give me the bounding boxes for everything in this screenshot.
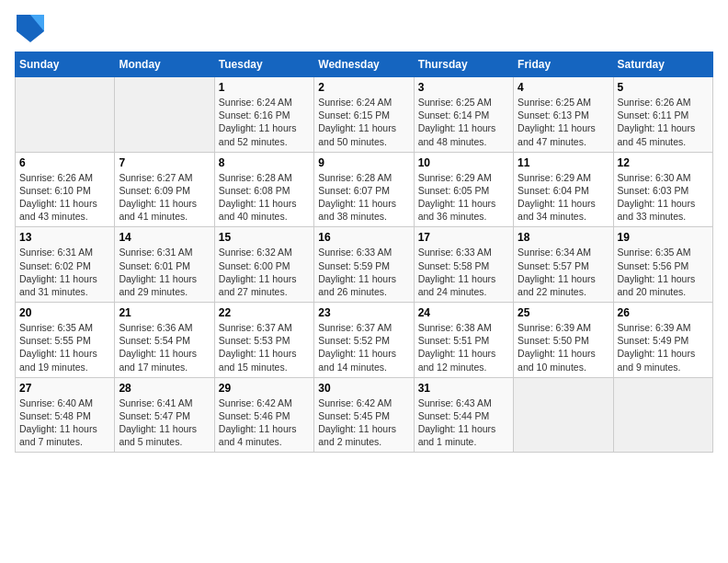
day-info: Sunrise: 6:26 AM Sunset: 6:11 PM Dayligh… (618, 96, 709, 148)
calendar-cell (115, 77, 214, 153)
calendar-cell: 13Sunrise: 6:31 AM Sunset: 6:02 PM Dayli… (16, 227, 115, 303)
calendar-cell: 4Sunrise: 6:25 AM Sunset: 6:13 PM Daylig… (514, 77, 613, 153)
day-info: Sunrise: 6:31 AM Sunset: 6:01 PM Dayligh… (119, 246, 210, 298)
calendar-week-row: 1Sunrise: 6:24 AM Sunset: 6:16 PM Daylig… (16, 77, 713, 153)
calendar-cell: 18Sunrise: 6:34 AM Sunset: 5:57 PM Dayli… (514, 227, 613, 303)
weekday-header-saturday: Saturday (613, 52, 712, 77)
weekday-header-monday: Monday (115, 52, 214, 77)
calendar-cell: 24Sunrise: 6:38 AM Sunset: 5:51 PM Dayli… (414, 303, 513, 378)
day-number: 28 (119, 382, 210, 395)
day-info: Sunrise: 6:35 AM Sunset: 5:55 PM Dayligh… (19, 321, 110, 373)
calendar-cell: 17Sunrise: 6:33 AM Sunset: 5:58 PM Dayli… (414, 227, 513, 303)
day-number: 5 (618, 81, 709, 94)
calendar-cell: 23Sunrise: 6:37 AM Sunset: 5:52 PM Dayli… (314, 303, 414, 378)
weekday-header-wednesday: Wednesday (314, 52, 414, 77)
day-info: Sunrise: 6:26 AM Sunset: 6:10 PM Dayligh… (19, 171, 110, 224)
page-header (15, 15, 713, 42)
day-info: Sunrise: 6:24 AM Sunset: 6:16 PM Dayligh… (219, 96, 310, 148)
calendar-cell: 28Sunrise: 6:41 AM Sunset: 5:47 PM Dayli… (115, 377, 214, 453)
day-info: Sunrise: 6:28 AM Sunset: 6:07 PM Dayligh… (318, 171, 409, 224)
weekday-header-friday: Friday (514, 52, 613, 77)
day-number: 19 (618, 231, 709, 244)
calendar-cell (613, 377, 712, 453)
calendar-cell: 8Sunrise: 6:28 AM Sunset: 6:08 PM Daylig… (214, 152, 313, 227)
calendar-cell: 15Sunrise: 6:32 AM Sunset: 6:00 PM Dayli… (214, 227, 313, 303)
day-number: 12 (618, 156, 709, 169)
day-number: 9 (318, 156, 409, 169)
calendar-cell: 9Sunrise: 6:28 AM Sunset: 6:07 PM Daylig… (314, 152, 414, 227)
day-number: 2 (318, 81, 409, 94)
calendar-cell: 29Sunrise: 6:42 AM Sunset: 5:46 PM Dayli… (214, 377, 313, 453)
day-info: Sunrise: 6:39 AM Sunset: 5:49 PM Dayligh… (618, 321, 709, 373)
calendar-cell: 19Sunrise: 6:35 AM Sunset: 5:56 PM Dayli… (613, 227, 712, 303)
day-info: Sunrise: 6:38 AM Sunset: 5:51 PM Dayligh… (418, 321, 509, 373)
weekday-header-sunday: Sunday (16, 52, 115, 77)
day-number: 11 (518, 156, 609, 169)
calendar-cell (16, 77, 115, 153)
calendar-week-row: 6Sunrise: 6:26 AM Sunset: 6:10 PM Daylig… (16, 152, 713, 227)
calendar-cell: 3Sunrise: 6:25 AM Sunset: 6:14 PM Daylig… (414, 77, 513, 153)
day-info: Sunrise: 6:43 AM Sunset: 5:44 PM Dayligh… (418, 396, 509, 449)
calendar-cell: 16Sunrise: 6:33 AM Sunset: 5:59 PM Dayli… (314, 227, 414, 303)
calendar-cell: 7Sunrise: 6:27 AM Sunset: 6:09 PM Daylig… (115, 152, 214, 227)
calendar-cell: 25Sunrise: 6:39 AM Sunset: 5:50 PM Dayli… (514, 303, 613, 378)
calendar-cell: 20Sunrise: 6:35 AM Sunset: 5:55 PM Dayli… (16, 303, 115, 378)
calendar-week-row: 27Sunrise: 6:40 AM Sunset: 5:48 PM Dayli… (16, 377, 713, 453)
calendar-cell: 22Sunrise: 6:37 AM Sunset: 5:53 PM Dayli… (214, 303, 313, 378)
day-number: 26 (618, 306, 709, 319)
calendar-cell: 10Sunrise: 6:29 AM Sunset: 6:05 PM Dayli… (414, 152, 513, 227)
day-info: Sunrise: 6:33 AM Sunset: 5:58 PM Dayligh… (418, 246, 509, 298)
day-number: 24 (418, 306, 509, 319)
day-info: Sunrise: 6:36 AM Sunset: 5:54 PM Dayligh… (119, 321, 210, 373)
calendar-cell: 27Sunrise: 6:40 AM Sunset: 5:48 PM Dayli… (16, 377, 115, 453)
day-number: 21 (119, 306, 210, 319)
day-number: 8 (219, 156, 310, 169)
day-number: 29 (219, 382, 310, 395)
day-number: 1 (219, 81, 310, 94)
day-number: 3 (418, 81, 509, 94)
day-number: 18 (518, 231, 609, 244)
day-info: Sunrise: 6:28 AM Sunset: 6:08 PM Dayligh… (219, 171, 310, 224)
day-info: Sunrise: 6:37 AM Sunset: 5:52 PM Dayligh… (318, 321, 409, 373)
weekday-header-thursday: Thursday (414, 52, 513, 77)
day-info: Sunrise: 6:29 AM Sunset: 6:04 PM Dayligh… (518, 171, 609, 224)
day-info: Sunrise: 6:25 AM Sunset: 6:14 PM Dayligh… (418, 96, 509, 148)
weekday-header-row: SundayMondayTuesdayWednesdayThursdayFrid… (16, 52, 713, 77)
day-number: 27 (19, 382, 110, 395)
day-number: 25 (518, 306, 609, 319)
day-info: Sunrise: 6:33 AM Sunset: 5:59 PM Dayligh… (318, 246, 409, 298)
day-info: Sunrise: 6:37 AM Sunset: 5:53 PM Dayligh… (219, 321, 310, 373)
day-info: Sunrise: 6:31 AM Sunset: 6:02 PM Dayligh… (19, 246, 110, 298)
day-info: Sunrise: 6:24 AM Sunset: 6:15 PM Dayligh… (318, 96, 409, 148)
calendar-cell (514, 377, 613, 453)
calendar-cell: 12Sunrise: 6:30 AM Sunset: 6:03 PM Dayli… (613, 152, 712, 227)
day-info: Sunrise: 6:34 AM Sunset: 5:57 PM Dayligh… (518, 246, 609, 298)
calendar-cell: 14Sunrise: 6:31 AM Sunset: 6:01 PM Dayli… (115, 227, 214, 303)
day-number: 15 (219, 231, 310, 244)
day-info: Sunrise: 6:27 AM Sunset: 6:09 PM Dayligh… (119, 171, 210, 224)
calendar-cell: 31Sunrise: 6:43 AM Sunset: 5:44 PM Dayli… (414, 377, 513, 453)
calendar-cell: 1Sunrise: 6:24 AM Sunset: 6:16 PM Daylig… (214, 77, 313, 153)
day-number: 17 (418, 231, 509, 244)
day-info: Sunrise: 6:29 AM Sunset: 6:05 PM Dayligh… (418, 171, 509, 224)
day-info: Sunrise: 6:32 AM Sunset: 6:00 PM Dayligh… (219, 246, 310, 298)
day-number: 22 (219, 306, 310, 319)
day-number: 23 (318, 306, 409, 319)
day-info: Sunrise: 6:25 AM Sunset: 6:13 PM Dayligh… (518, 96, 609, 148)
day-number: 13 (19, 231, 110, 244)
calendar-cell: 26Sunrise: 6:39 AM Sunset: 5:49 PM Dayli… (613, 303, 712, 378)
calendar-cell: 5Sunrise: 6:26 AM Sunset: 6:11 PM Daylig… (613, 77, 712, 153)
day-number: 6 (19, 156, 110, 169)
day-number: 4 (518, 81, 609, 94)
calendar-cell: 6Sunrise: 6:26 AM Sunset: 6:10 PM Daylig… (16, 152, 115, 227)
day-info: Sunrise: 6:42 AM Sunset: 5:45 PM Dayligh… (318, 396, 409, 449)
day-info: Sunrise: 6:42 AM Sunset: 5:46 PM Dayligh… (219, 396, 310, 449)
day-number: 7 (119, 156, 210, 169)
weekday-header-tuesday: Tuesday (214, 52, 313, 77)
calendar-cell: 30Sunrise: 6:42 AM Sunset: 5:45 PM Dayli… (314, 377, 414, 453)
day-number: 31 (418, 382, 509, 395)
day-number: 10 (418, 156, 509, 169)
day-info: Sunrise: 6:39 AM Sunset: 5:50 PM Dayligh… (518, 321, 609, 373)
day-info: Sunrise: 6:40 AM Sunset: 5:48 PM Dayligh… (19, 396, 110, 449)
day-number: 16 (318, 231, 409, 244)
